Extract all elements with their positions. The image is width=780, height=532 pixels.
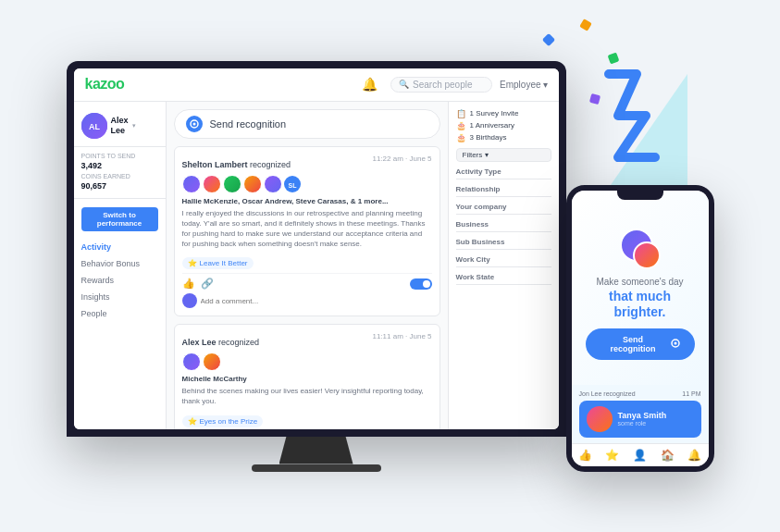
notif-birthdays-text: 3 Birthdays [470, 133, 507, 142]
phone-feed-author: Jon Lee recognized [579, 390, 636, 397]
card-2-recipients: Michelle McCarthy [182, 375, 432, 383]
main-content: Send recognition Shelton Lambert recogni… [167, 102, 448, 429]
app-body: AL Alex Lee ▾ POINTS TO SEND [74, 102, 559, 429]
avatar: AL [81, 113, 107, 139]
filters-button[interactable]: Filters ▾ [456, 148, 551, 162]
phone-feed-card-subtitle: some role [618, 420, 667, 427]
notif-survey[interactable]: 📋 1 Survey Invite [456, 109, 551, 118]
avatar-3 [223, 175, 241, 193]
phone-feed-card: Tanya Smith some role [579, 401, 701, 438]
filter-divider-7 [456, 284, 551, 285]
monitor: kazoo 🔔 🔍 Search people Employee ▾ [67, 61, 566, 437]
monitor-base [252, 464, 381, 472]
filter-divider-6 [456, 266, 551, 267]
card-1-toggle[interactable] [410, 278, 432, 290]
filter-divider-3 [456, 214, 551, 215]
phone-hero-text-prefix: Make someone's day [596, 277, 683, 287]
filter-divider-2 [456, 196, 551, 197]
send-recognition-bar[interactable]: Send recognition [174, 109, 440, 139]
search-placeholder: Search people [413, 80, 473, 90]
points-value: 3,492 [81, 161, 158, 170]
svg-point-7 [674, 342, 676, 345]
phone-feed-header: Jon Lee recognized 11 PM [579, 390, 701, 397]
phone-send-icon [671, 339, 680, 350]
phone-hero-bold-text: that much brighter. [609, 289, 671, 320]
filter-divider-4 [456, 231, 551, 232]
tag-star-icon: ⭐ [188, 259, 197, 267]
filters-chevron-icon: ▾ [485, 151, 489, 159]
avatar-1 [182, 175, 201, 193]
sidebar-item-insights[interactable]: Insights [81, 289, 158, 305]
notif-anniversary-text: 1 Anniversary [470, 121, 514, 130]
phone-bottom-person-icon[interactable]: 👤 [633, 449, 647, 462]
phone-send-label: Send recognition [600, 335, 666, 353]
sidebar-item-behavior-bonus[interactable]: Behavior Bonus [81, 255, 158, 272]
survey-icon: 📋 [456, 109, 466, 118]
sub-business-label: Sub Business [456, 238, 551, 246]
monitor-wrapper: kazoo 🔔 🔍 Search people Employee ▾ [67, 61, 566, 472]
bell-icon[interactable]: 🔔 [362, 77, 378, 92]
work-state-filter: Work State [456, 273, 551, 285]
phone-feed-card-info: Tanya Smith some role [618, 411, 667, 427]
right-panel: 📋 1 Survey Invite 🎂 1 Anniversary 🎂 3 Bi… [448, 102, 559, 429]
sidebar-stats: POINTS TO SEND 3,492 COINS EARNED 90,657 [74, 153, 166, 199]
phone-notch [617, 191, 663, 200]
phone-bottom-bar: 👍 ⭐ 👤 🏠 🔔 [572, 443, 709, 466]
phone-body: Make someone's day that much brighter. S… [572, 191, 709, 466]
coins-label: COINS EARNED [81, 173, 130, 179]
app-logo: kazoo [85, 76, 125, 93]
sidebar-item-activity[interactable]: Activity [81, 239, 158, 255]
filter-divider-5 [456, 249, 551, 250]
card-1-avatars: SL [182, 175, 432, 193]
card-1-author: Shelton Lambert recognized [182, 155, 291, 171]
card2-avatar-2 [203, 353, 221, 371]
main-wrapper: kazoo 🔔 🔍 Search people Employee ▾ [67, 61, 714, 472]
tag-star-icon-2: ⭐ [188, 417, 197, 426]
company-label: Your company [456, 203, 551, 211]
search-icon: 🔍 [399, 80, 409, 89]
app-header: kazoo 🔔 🔍 Search people Employee ▾ [74, 68, 559, 102]
search-bar[interactable]: 🔍 Search people [390, 77, 492, 93]
phone-feed-time: 11 PM [682, 390, 700, 397]
share-icon[interactable]: 🔗 [201, 278, 214, 290]
points-label: POINTS TO SEND [81, 153, 136, 159]
phone-bottom-bell-icon[interactable]: 🔔 [687, 449, 701, 462]
phone-bottom-thumb-icon[interactable]: 👍 [578, 449, 592, 462]
employee-dropdown[interactable]: Employee ▾ [500, 80, 547, 90]
card-2-time: 11:11 am · June 5 [372, 332, 431, 340]
sidebar-item-people[interactable]: People [81, 305, 158, 322]
notifications-section: 📋 1 Survey Invite 🎂 1 Anniversary 🎂 3 Bi… [456, 109, 551, 142]
comment-row-1 [182, 293, 432, 308]
card-1-actions: 👍 🔗 [182, 273, 432, 290]
confetti-1 [579, 19, 592, 31]
relationship-label: Relationship [456, 185, 551, 193]
card-1-recipients: Hallie McKenzie, Oscar Andrew, Steve Car… [182, 197, 432, 205]
svg-point-3 [192, 122, 195, 125]
business-label: Business [456, 220, 551, 229]
avatar-main-1: SL [284, 176, 301, 192]
card-2-tag: ⭐ Eyes on the Prize [182, 415, 264, 427]
commenter-avatar [182, 293, 197, 308]
sidebar-item-rewards[interactable]: Rewards [81, 272, 158, 289]
notif-survey-text: 1 Survey Invite [470, 109, 519, 118]
phone-bottom-star-icon[interactable]: ⭐ [605, 449, 619, 462]
sidebar-nav: Activity Behavior Bonus Rewards Insights… [74, 239, 166, 322]
relationship-filter: Relationship [456, 185, 551, 197]
coins-row: COINS EARNED [81, 173, 158, 179]
sidebar-profile[interactable]: AL Alex Lee ▾ [74, 109, 166, 147]
notif-birthdays[interactable]: 🎂 3 Birthdays [456, 133, 551, 142]
activity-type-filter: Activity Type [456, 167, 551, 179]
switch-to-performance-button[interactable]: Switch to performance [81, 207, 158, 231]
feed-card-1: Shelton Lambert recognized 11:22 am · Ju… [174, 146, 440, 317]
phone-bottom-home-icon[interactable]: 🏠 [661, 449, 675, 462]
like-icon[interactable]: 👍 [182, 278, 195, 290]
feed-card-2: Alex Lee recognized 11:11 am · June 5 Mi… [174, 324, 440, 428]
card-1-header: Shelton Lambert recognized 11:22 am · Ju… [182, 155, 432, 171]
coins-value: 90,657 [81, 181, 158, 191]
phone-send-recognition-button[interactable]: Send recognition [586, 328, 695, 360]
notif-anniversary[interactable]: 🎂 1 Anniversary [456, 121, 551, 130]
phone: Make someone's day that much brighter. S… [566, 185, 714, 472]
svg-text:SL: SL [288, 182, 297, 189]
send-recognition-label: Send recognition [210, 118, 287, 130]
comment-input-1[interactable] [201, 297, 432, 305]
